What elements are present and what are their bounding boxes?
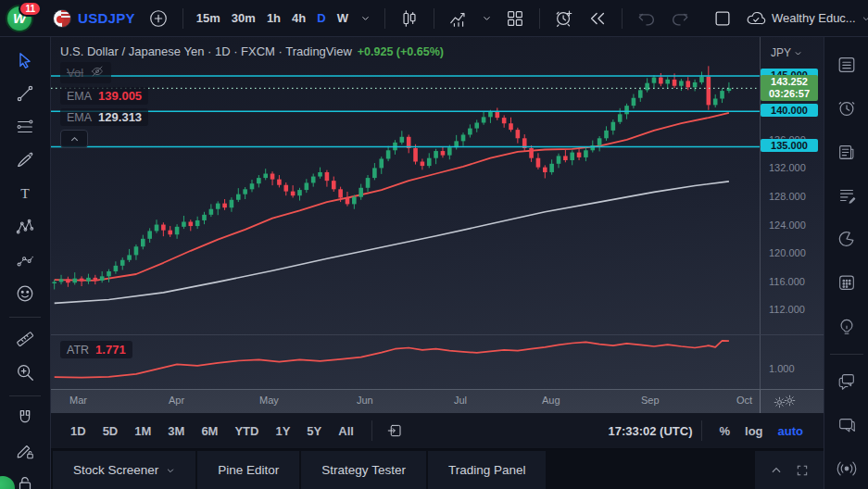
compare-add-symbol-button[interactable]	[142, 5, 175, 32]
log-scale-toggle[interactable]: log	[737, 421, 771, 441]
save-layout-button[interactable]	[706, 5, 739, 32]
range-button-1y[interactable]: 1Y	[269, 421, 296, 441]
chevron-down-icon	[794, 49, 802, 57]
emoji-tool-icon[interactable]	[7, 278, 43, 309]
lightbulb-icon[interactable]	[830, 309, 863, 343]
watchlist-icon[interactable]	[830, 48, 863, 82]
draw-lock-tool-icon[interactable]	[7, 435, 43, 467]
redo-button[interactable]	[663, 5, 697, 32]
interval-button-4h[interactable]: 4h	[286, 7, 311, 29]
chat-icon[interactable]	[830, 408, 863, 442]
interval-button-1h[interactable]: 1h	[261, 7, 286, 29]
sidebar-divider	[830, 354, 863, 355]
chart-legend: U.S. Dollar / Japanese Yen · 1D · FXCM ·…	[60, 44, 444, 148]
interval-chevron-button[interactable]	[354, 9, 377, 27]
cursor-tool-icon[interactable]	[7, 44, 43, 76]
month-label-jul: Jul	[454, 395, 467, 406]
calendar-icon[interactable]	[830, 266, 863, 299]
ema-fast-legend-row[interactable]: EMA 139.005	[60, 87, 148, 105]
panel-fullscreen-icon[interactable]	[796, 464, 809, 477]
ema-slow-value: 129.313	[98, 110, 142, 124]
pie-chart-icon[interactable]	[830, 222, 863, 256]
pane-separator[interactable]	[51, 334, 824, 335]
tab-pine-editor[interactable]: Pine Editor	[197, 451, 299, 489]
volume-label: Vol	[67, 66, 83, 80]
percent-scale-toggle[interactable]: %	[711, 421, 737, 441]
multichart-layout-button[interactable]	[498, 5, 532, 32]
xabcd-pattern-tool-icon[interactable]	[7, 211, 43, 243]
range-button-1d[interactable]: 1D	[64, 421, 93, 441]
interval-button-W[interactable]: W	[332, 7, 354, 29]
range-button-6m[interactable]: 6M	[195, 421, 224, 441]
axis-separator	[51, 389, 824, 390]
range-button-5y[interactable]: 5Y	[300, 421, 328, 441]
range-button-3m[interactable]: 3M	[161, 421, 191, 441]
range-button-ytd[interactable]: YTD	[228, 421, 265, 441]
cloud-account-menu[interactable]: Wealthy Educ...	[739, 5, 868, 32]
price-scale-currency[interactable]: JPY	[771, 46, 802, 59]
symbol-search-button[interactable]: USDJPY	[46, 6, 142, 31]
tab-label: Trading Panel	[448, 463, 526, 477]
atr-label: ATR	[67, 344, 89, 357]
tab-stock-screener[interactable]: Stock Screener	[53, 451, 195, 489]
top-toolbar: W 11 USDJPY 15m30m1h4hDW Wealthy Educ...	[0, 0, 868, 37]
ruler-tool-icon[interactable]	[7, 323, 43, 355]
range-button-5d[interactable]: 5D	[96, 421, 125, 441]
toolbar-divider	[9, 317, 41, 318]
atr-value: 1.771	[95, 343, 126, 357]
legend-collapse-button[interactable]	[60, 130, 88, 148]
interval-button-15m[interactable]: 15m	[191, 7, 226, 29]
interval-button-30m[interactable]: 30m	[226, 7, 261, 29]
tab-trading-panel[interactable]: Trading Panel	[428, 451, 547, 489]
forecast-tool-icon[interactable]	[7, 244, 43, 276]
range-button-all[interactable]: All	[332, 421, 360, 441]
text-notes-icon[interactable]	[830, 179, 863, 212]
tab-strategy-tester[interactable]: Strategy Tester	[301, 451, 426, 489]
eye-off-icon[interactable]	[90, 64, 105, 82]
undo-button[interactable]	[630, 5, 663, 32]
brush-tool-icon[interactable]	[7, 144, 43, 176]
level-price-label[interactable]: 140.000	[761, 104, 818, 117]
go-to-date-button[interactable]	[380, 419, 409, 443]
usdjpy-flag-icon	[53, 9, 71, 28]
chart-style-button[interactable]	[393, 5, 426, 32]
indicators-button[interactable]	[442, 5, 475, 32]
toolbar-divider	[9, 395, 41, 396]
zoom-in-tool-icon[interactable]	[7, 357, 43, 388]
trend-line-tool-icon[interactable]	[7, 78, 43, 109]
auto-scale-toggle[interactable]: auto	[771, 421, 811, 441]
atr-legend[interactable]: ATR 1.771	[60, 341, 132, 358]
symbol-title[interactable]: U.S. Dollar / Japanese Yen · 1D · FXCM ·…	[60, 44, 352, 58]
indicator-templates-chevron[interactable]	[475, 9, 498, 27]
month-label-apr: Apr	[169, 395, 184, 406]
tab-label: Stock Screener	[73, 463, 158, 477]
month-label-mar: Mar	[69, 395, 87, 406]
atr-indicator-pane[interactable]	[51, 335, 760, 389]
interval-button-D[interactable]: D	[311, 7, 331, 29]
time-axis[interactable]: MarAprMayJunJulAugSepOct	[51, 390, 824, 413]
text-tool-icon[interactable]: T	[7, 178, 43, 209]
price-scale-settings-gear-icon[interactable]	[773, 395, 786, 411]
tab-label: Pine Editor	[218, 463, 279, 477]
bar-replay-button[interactable]	[581, 5, 614, 32]
panel-expand-chevron-up-icon[interactable]	[770, 464, 783, 477]
magnet-tool-icon[interactable]	[7, 402, 43, 433]
price-tick: 112.000	[769, 304, 805, 315]
create-alert-button[interactable]	[547, 5, 581, 32]
level-price-label[interactable]: 135.000	[761, 139, 818, 152]
ema-slow-legend-row[interactable]: EMA 129.313	[60, 108, 148, 126]
clock-utc[interactable]: 17:33:02 (UTC)	[608, 424, 692, 438]
broadcast-icon[interactable]	[830, 452, 863, 485]
volume-legend-row[interactable]: Vol	[60, 62, 111, 83]
ema-fast-value: 139.005	[98, 89, 142, 103]
range-button-1m[interactable]: 1M	[128, 421, 157, 441]
current-price-label: 143.25203:26:57	[761, 75, 818, 101]
alerts-clock-icon[interactable]	[830, 92, 863, 125]
broker-logo[interactable]: W 11	[6, 5, 33, 32]
price-scale[interactable]: JPY 136.000132.000128.000124.000120.0001…	[760, 37, 824, 390]
fib-retracement-tool-icon[interactable]	[7, 111, 43, 143]
news-icon[interactable]	[830, 135, 863, 169]
month-label-oct: Oct	[736, 395, 752, 406]
group-chat-icon[interactable]	[830, 365, 863, 398]
month-label-aug: Aug	[542, 395, 560, 406]
